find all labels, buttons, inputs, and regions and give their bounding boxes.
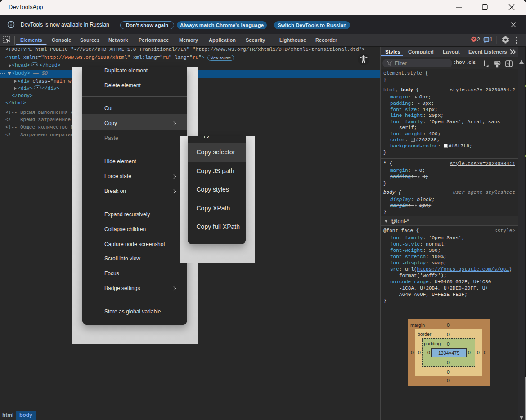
svg-text:1: 1 xyxy=(490,36,493,43)
svg-text:2: 2 xyxy=(477,36,480,43)
